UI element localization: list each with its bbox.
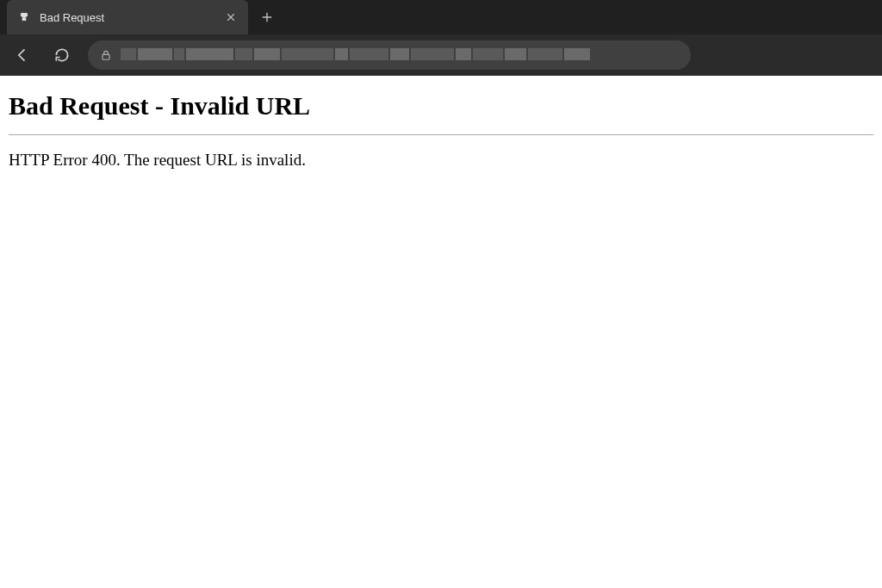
tab-title: Bad Request xyxy=(40,11,215,24)
divider xyxy=(9,134,873,135)
error-message: HTTP Error 400. The request URL is inval… xyxy=(9,151,873,170)
refresh-button[interactable] xyxy=(48,41,76,69)
browser-chrome: Bad Request xyxy=(0,0,882,76)
toolbar xyxy=(0,34,882,76)
back-button[interactable] xyxy=(9,41,36,69)
tab-bar: Bad Request xyxy=(0,0,882,34)
lock-icon xyxy=(100,49,112,61)
page-content: Bad Request - Invalid URL HTTP Error 400… xyxy=(0,76,882,185)
svg-rect-0 xyxy=(102,54,109,59)
close-tab-button[interactable] xyxy=(224,10,238,24)
active-tab[interactable]: Bad Request xyxy=(7,0,248,34)
url-blurred xyxy=(121,48,679,62)
address-bar[interactable] xyxy=(88,40,691,70)
new-tab-button[interactable] xyxy=(253,3,281,31)
error-heading: Bad Request - Invalid URL xyxy=(9,91,873,121)
butterfly-favicon-icon xyxy=(17,10,31,24)
